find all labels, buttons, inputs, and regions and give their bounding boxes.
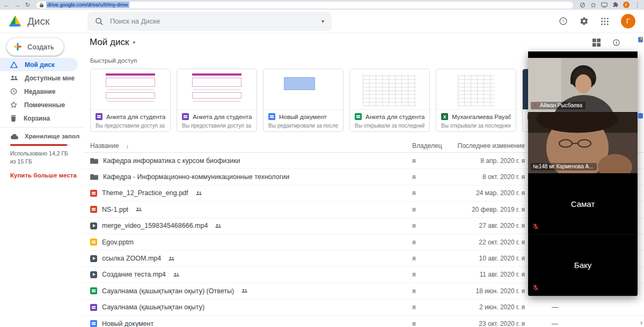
- sidebar-item-recent[interactable]: Недавние: [0, 85, 78, 98]
- storage-progress-fill: [10, 144, 67, 146]
- quick-card[interactable]: Новый документ Вы редактировали за после…: [263, 69, 343, 132]
- search-options-caret-icon[interactable]: ▾: [321, 18, 324, 24]
- card-subtitle: Вы предоставили доступ за посл...: [96, 123, 165, 129]
- sidebar-item-shared-with-me[interactable]: Доступные мне: [0, 71, 78, 85]
- table-row[interactable]: Сауалнама (қашықтықтан оқыту) я 2 июн. 2…: [83, 300, 644, 316]
- file-modified: 23 окт. 2020 г. я: [453, 320, 525, 327]
- header-actions: ? Г: [559, 14, 644, 28]
- my-drive-title-menu[interactable]: Мой диск ▾: [90, 37, 135, 48]
- scroll-right-arrow[interactable]: ›: [640, 319, 642, 326]
- extensions-puzzle-icon[interactable]: [612, 2, 618, 8]
- screen: ← → ↻ drive.google.com/drive/u/0/my-driv…: [0, 0, 644, 327]
- grid-view-icon[interactable]: [592, 39, 601, 47]
- lock-icon: [40, 3, 43, 8]
- forms-icon: [90, 304, 97, 311]
- sidebar-item-trash[interactable]: Корзина: [0, 112, 78, 125]
- edge-extension-icon[interactable]: [638, 113, 643, 118]
- sidebar-nav: Мой диск Доступные мне Недавние Помеченн…: [0, 58, 83, 125]
- storage-link[interactable]: Хранилище заполнено на...: [10, 133, 80, 139]
- zoom-participant-tile[interactable]: Айжан Рысбаева: [528, 51, 638, 113]
- zoom-meeting-overlay[interactable]: Айжан Рысбаева №148 мг Карменова А...: [528, 51, 638, 296]
- google-plus-icon: [13, 42, 23, 51]
- column-modified[interactable]: Последнее изменение: [453, 142, 525, 150]
- mic-muted-icon: [533, 103, 538, 108]
- file-owner: я: [412, 239, 453, 246]
- file-name: merge_video_1598345468666.mp4: [102, 222, 208, 229]
- file-owner: я: [412, 189, 453, 197]
- browser-toolbar: ← → ↻ drive.google.com/drive/u/0/my-driv…: [0, 0, 644, 10]
- sidebar-item-my-drive[interactable]: Мой диск: [0, 58, 78, 71]
- card-subtitle: Вы открывали за последнюю неде...: [441, 123, 511, 129]
- address-bar[interactable]: drive.google.com/drive/u/0/my-drive: [36, 2, 573, 9]
- file-owner: я: [412, 255, 453, 262]
- docs-icon: [268, 113, 275, 120]
- sidebar: Создать ▸ Мой диск Доступные мне Недавни…: [0, 33, 83, 327]
- file-owner: я: [412, 320, 453, 327]
- sidebar-item-starred[interactable]: Помеченные: [0, 98, 78, 112]
- forms-icon: [182, 113, 189, 120]
- back-button[interactable]: ←: [4, 2, 10, 8]
- shared-people-icon: [135, 207, 142, 212]
- quick-card[interactable]: Анкета для студента русс Вы предоставили…: [90, 69, 171, 132]
- shared-people-icon: [215, 224, 222, 228]
- cloud-icon: [10, 133, 18, 139]
- google-apps-grid-icon[interactable]: [601, 17, 609, 26]
- slides-icon: [90, 239, 97, 246]
- file-modified: 10 авг. 2020 г. я: [453, 255, 525, 262]
- storage-title: Хранилище заполнено на...: [25, 133, 80, 139]
- file-owner: я: [412, 206, 453, 213]
- file-modified: 27 авг. 2020 г. я: [453, 222, 525, 229]
- video-icon: [90, 222, 97, 229]
- quick-card[interactable]: Анкета для студента русс (... Вы открыва…: [349, 69, 430, 132]
- participant-name-centered: Самат: [528, 174, 638, 234]
- card-title: Анкета для студента русс (...: [365, 114, 425, 120]
- column-name[interactable]: Название: [90, 142, 119, 150]
- column-owner[interactable]: Владелец: [412, 142, 453, 150]
- edge-extension-icon[interactable]: [638, 37, 643, 42]
- create-button[interactable]: Создать: [6, 38, 64, 56]
- reload-button[interactable]: ↻: [25, 2, 30, 8]
- buy-storage-link[interactable]: Купить больше места: [10, 172, 80, 179]
- browser-profile-avatar[interactable]: Г: [623, 2, 630, 8]
- powerpoint-icon: [90, 206, 97, 213]
- participant-name-centered: Баку: [528, 235, 638, 295]
- settings-gear-icon[interactable]: [580, 17, 589, 26]
- file-size: —: [525, 320, 585, 327]
- card-thumbnail: [436, 69, 516, 110]
- bookmark-star-icon[interactable]: [590, 2, 596, 8]
- zoom-participant-tile[interactable]: Баку: [528, 235, 638, 296]
- mic-muted-icon: [532, 284, 539, 291]
- blocked-content-icon[interactable]: [580, 2, 586, 8]
- file-name: Создание теста.mp4: [102, 271, 166, 278]
- file-name: Кафедра информатика с курсом биофизики: [103, 157, 240, 165]
- file-size: —: [525, 303, 585, 311]
- search-bar[interactable]: ▾: [87, 12, 332, 31]
- sidebar-item-label: Корзина: [24, 115, 50, 122]
- chevron-down-icon: ▾: [133, 40, 135, 45]
- table-row[interactable]: Новый документ я 23 окт. 2020 г. я —: [83, 316, 644, 327]
- card-thumbnail: [350, 69, 429, 110]
- search-input[interactable]: [110, 17, 315, 25]
- drive-logo[interactable]: Диск: [0, 15, 83, 27]
- forward-button[interactable]: →: [14, 2, 20, 8]
- docs-icon: [90, 320, 97, 327]
- browser-menu-icon[interactable]: ⋮: [634, 2, 640, 8]
- page-title: Мой диск: [90, 37, 129, 48]
- sheets-icon: [90, 287, 97, 294]
- account-avatar[interactable]: Г: [621, 14, 635, 28]
- quick-card[interactable]: Анкета для студента каз Вы предоставили …: [177, 69, 257, 132]
- help-icon[interactable]: ?: [559, 17, 568, 26]
- file-modified: 8 окт. 2020 г. я: [453, 173, 525, 181]
- card-title: Мухангалиева Рауабану: [452, 114, 511, 120]
- file-name: Сауалнама (қашықтықтан оқыту) (Ответы): [102, 287, 234, 295]
- url-text[interactable]: drive.google.com/drive/u/0/my-drive: [46, 2, 129, 8]
- file-name: Кафедра - Информационно-коммуникационные…: [103, 173, 289, 181]
- quick-card[interactable]: Мухангалиева Рауабану Вы открывали за по…: [436, 69, 516, 132]
- zoom-participant-tile[interactable]: Самат: [528, 174, 638, 235]
- storage-usage-text: Использовано 14,2 ГБ из 15 ГБ: [10, 150, 70, 165]
- sort-descending-icon[interactable]: ↓: [126, 143, 129, 149]
- zoom-participant-tile[interactable]: №148 мг Карменова А...: [528, 113, 638, 174]
- cast-icon[interactable]: [601, 2, 608, 8]
- info-icon[interactable]: [612, 39, 620, 47]
- search-icon[interactable]: [95, 17, 104, 26]
